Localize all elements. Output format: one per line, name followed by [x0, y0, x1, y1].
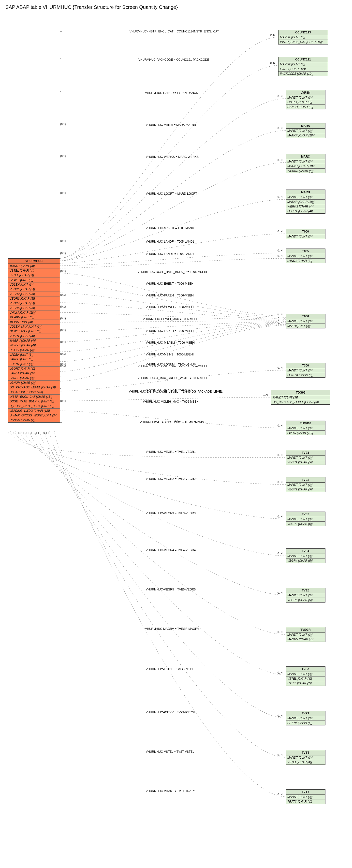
- entity-field: MANDT [CLNT (3)]: [8, 264, 60, 269]
- entity-header: TVE5: [286, 588, 325, 593]
- multiplicity-target: 0..N: [277, 159, 283, 161]
- relationship-label: VHURMHUC-LGORT = MARD-LGORT: [145, 192, 198, 195]
- relationship-edge: [15, 431, 286, 485]
- entity-field: DOSE_RATE_BULK_U [UNIT (3)]: [8, 399, 60, 404]
- entity-mard: MARDMANDT [CLNT (3)]MATNR [CHAR (18)]WER…: [286, 189, 325, 214]
- relationship-edge: [60, 37, 278, 258]
- entity-field: INSTR_ENCL_CAT [CHAR (15)]: [279, 40, 328, 44]
- entity-field: PSTYV [CHAR (4)]: [286, 721, 325, 725]
- multiplicity-source: 1: [60, 226, 62, 229]
- entity-field: MANDT [CLNT (3)]: [286, 95, 325, 100]
- entity-field: VEGR4 [CHAR (5)]: [286, 559, 325, 563]
- multiplicity-target: 0..N: [270, 61, 275, 64]
- entity-t006: T006MANDT [CLNT (3)]MSEHI [UNIT (3)]: [286, 314, 325, 329]
- entity-field: LWDG [CHAR (12)]: [279, 67, 328, 71]
- entity-field: U_MAX_GROSS_WGHT [UNIT (3)]: [8, 413, 60, 418]
- multiplicity-source: 1: [60, 58, 62, 60]
- relationship-label: VHURMHUC-MEABM = T006-MSEHI: [145, 341, 196, 344]
- entity-field: MANDT [CLNT (3)]: [286, 593, 325, 598]
- entity-field: MANDT [CLNT (3)]: [286, 672, 325, 677]
- entity-field: MANDT [CLNT (3)]: [286, 368, 325, 373]
- relationship-label: VHURMHUC-LGNUM = T300-LGNUM: [145, 363, 197, 366]
- entity-field: LADEH [UNIT (3)]: [8, 352, 60, 357]
- page-title: SAP ABAP table VHURMHUC {Transfer Struct…: [5, 4, 349, 10]
- relationship-label: VHURMHUC-DOSE_RATE_BULK_U = T006-MSEHI: [137, 270, 207, 274]
- entity-header: TVST: [286, 750, 325, 755]
- entity-field: VHILM [CHAR (18)]: [8, 310, 60, 315]
- multiplicity-source: 1: [60, 376, 62, 379]
- multiplicity-target: 0..N: [270, 33, 275, 36]
- multiplicity-target: 0..N: [277, 552, 283, 555]
- relationship-edge: [60, 258, 286, 268]
- multiplicity-source: {0,1}: [60, 329, 66, 332]
- entity-field: MSEHI [UNIT (3)]: [286, 324, 325, 328]
- relationship-edge: [60, 323, 286, 352]
- multiplicity-target: 0..N: [277, 793, 283, 796]
- multiplicity-target: 0..N: [277, 321, 283, 324]
- relationship-label: VHURMHUC-VEGR5 = TVE5-VEGR5: [145, 588, 196, 591]
- entity-field: MANDT [CLNT (3)]: [279, 35, 328, 40]
- entity-field: GEWEI [UNIT (3)]: [8, 278, 60, 282]
- entity-field: LGNUM [CHAR (3)]: [286, 373, 325, 377]
- relationship-label: VHURMHUC-EHENT = T006-MSEHI: [145, 282, 195, 285]
- multiplicity-target: 0..N: [277, 230, 283, 233]
- entity-field: INSTR_ENCL_CAT [CHAR (15)]: [8, 395, 60, 399]
- multiplicity-target: 0..N: [277, 671, 283, 674]
- edges-layer: [3, 12, 349, 866]
- entity-tvst: TVSTMANDT [CLNT (3)]VSTEL [CHAR (4)]: [286, 750, 325, 765]
- relationship-label: VHURMHUC-MEINS = T006-MSEHI: [145, 353, 194, 356]
- entity-field: MANDT [CLNT (3)]: [279, 62, 328, 67]
- multiplicity-source: {0,1}: [60, 123, 66, 126]
- multiplicity-source: 1: [13, 431, 15, 434]
- entity-field: WERKS [CHAR (4)]: [286, 168, 325, 173]
- entity-tve1: TVE1MANDT [CLNT (3)]VEGR1 [CHAR (5)]: [286, 450, 325, 465]
- entity-field: MATNR [CHAR (18)]: [286, 199, 325, 204]
- relationship-edge: [25, 431, 286, 556]
- entity-field: MANDT [CLNT (3)]: [286, 159, 325, 164]
- relationship-label: VHURMHUC-INSTR_ENCL_CAT = CCUNC113-INSTR…: [129, 30, 220, 33]
- entity-header: T005: [286, 249, 325, 254]
- entity-field: MANDT [CLNT (3)]: [271, 395, 330, 400]
- entity-field: MEINS [UNIT (3)]: [8, 320, 60, 324]
- multiplicity-source: {0,1}: [60, 362, 66, 365]
- entity-field: VEGR3 [CHAR (5)]: [286, 522, 325, 526]
- relationship-edge: [10, 431, 286, 458]
- multiplicity-target: 0..N: [277, 366, 283, 369]
- entity-field: VEGR1 [CHAR (5)]: [286, 460, 325, 465]
- entity-field: LWDG [CHAR (12)]: [286, 431, 325, 435]
- entity-mara: MARAMANDT [CLNT (3)]MATNR [CHAR (18)]: [286, 123, 325, 138]
- entity-tve3: TVE3MANDT [CLNT (3)]VEGR3 [CHAR (5)]: [286, 512, 325, 526]
- multiplicity-target: 0..N: [277, 127, 283, 129]
- entity-field: LSTEL [CHAR (2)]: [8, 273, 60, 278]
- entity-header: LYRSN: [286, 90, 325, 95]
- entity-field: LGORT [CHAR (4)]: [286, 209, 325, 213]
- relationship-edge: [60, 199, 286, 261]
- multiplicity-source: {0,1}: [60, 352, 66, 355]
- multiplicity-source: 1: [60, 281, 62, 284]
- relationship-label: VHURMHUC-VEGR2 = TVE2-VEGR2: [145, 477, 196, 480]
- entity-lyrsn: LYRSNMANDT [CLNT (3)]LYARD [CHAR (3)]RSN…: [286, 90, 325, 110]
- relationship-label: VHURMHUC-FAREH = T006-MSEHI: [145, 294, 195, 297]
- entity-t005: T005MANDT [CLNT (3)]LAND1 [CHAR (3)]: [286, 249, 325, 263]
- entity-field: FAREH [UNIT (3)]: [8, 357, 60, 362]
- relationship-label: VHURMHUC-WERKS = MARC-WERKS: [145, 155, 199, 159]
- multiplicity-source: 1: [60, 390, 62, 392]
- entity-field: TRATY [CHAR (4)]: [286, 799, 325, 804]
- entity-field: VOLEH [UNIT (3)]: [8, 282, 60, 287]
- entity-field: MANDT [CLNT (3)]: [286, 483, 325, 487]
- entity-tve4: TVE4MANDT [CLNT (3)]VEGR4 [CHAR (5)]: [286, 549, 325, 563]
- multiplicity-source: {0,1}: [60, 155, 66, 158]
- entity-tve2: TVE2MANDT [CLNT (3)]VEGR2 [CHAR (5)]: [286, 477, 325, 492]
- entity-thm063: THM063MANDT [CLNT (3)]LWDG [CHAR (12)]: [286, 421, 325, 435]
- multiplicity-source: {0,1}: [60, 305, 66, 308]
- entity-field: MANDT [CLNT (3)]: [286, 195, 325, 199]
- entity-field: LSTEL [CHAR (2)]: [286, 681, 325, 686]
- relationship-label: VHURMHUC-GEWEI_MAX = T006-MSEHI: [142, 317, 200, 321]
- entity-marc: MARCMANDT [CLNT (3)]MATNR [CHAR (18)]WER…: [286, 154, 325, 173]
- entity-field: LYARD [CHAR (3)]: [286, 100, 325, 105]
- entity-header: THM063: [286, 421, 325, 426]
- entity-field: PSTYV [CHAR (4)]: [8, 348, 60, 352]
- multiplicity-source: 1: [47, 431, 49, 434]
- relationship-label: VHURMHUC-VEGR3 = TVE3-VEGR3: [145, 512, 196, 515]
- relationship-label: VHURMHUC-MAGRV = TVEGR-MAGRV: [145, 627, 200, 630]
